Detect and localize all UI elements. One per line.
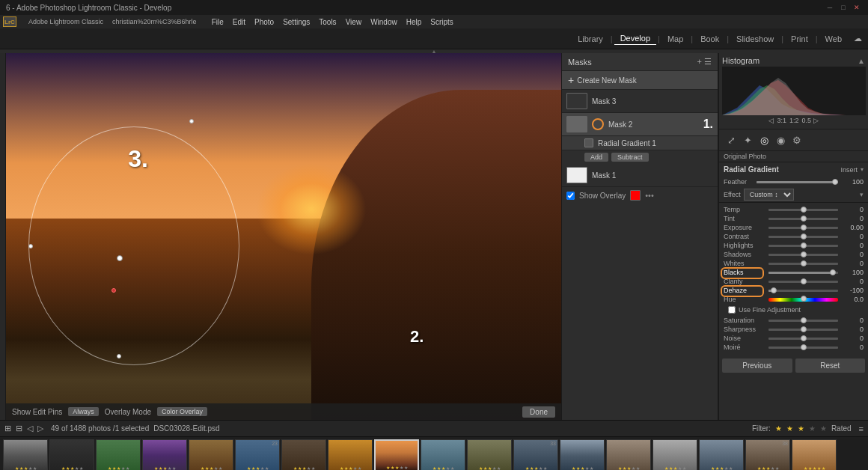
film-thumb-15[interactable]: ★★★★★ xyxy=(652,439,697,471)
radial-gradient-header[interactable]: Radial Gradient Insert ▾ xyxy=(719,162,868,177)
settings-tool[interactable]: ⚙ xyxy=(789,132,804,147)
whites-thumb[interactable] xyxy=(801,260,807,266)
film-thumb-8[interactable]: ★★★★★ xyxy=(328,439,373,471)
effect-arrow[interactable]: ▾ xyxy=(860,191,864,198)
nav-book[interactable]: Book xyxy=(694,33,725,45)
mask-1-item[interactable]: Mask 1 xyxy=(562,164,718,187)
mask-edge-dot-left[interactable] xyxy=(28,244,33,248)
film-thumb-1[interactable]: ★★★★★ xyxy=(3,439,48,471)
always-button[interactable]: Always xyxy=(68,407,99,416)
film-thumb-14[interactable]: ★★★★★ xyxy=(606,439,651,471)
nav-next[interactable]: ▷ xyxy=(37,424,43,433)
exposure-thumb[interactable] xyxy=(801,225,807,231)
hist-ctrl-3[interactable]: 1:2 xyxy=(789,117,799,124)
nav-slideshow[interactable]: Slideshow xyxy=(730,33,780,45)
filmstrip-options[interactable]: ≡ xyxy=(859,424,864,433)
effect-select[interactable]: Custom ↕ xyxy=(744,189,794,201)
hist-ctrl-2[interactable]: 3:1 xyxy=(777,117,786,124)
overlay-color-swatch[interactable] xyxy=(630,190,641,201)
star-filter-2[interactable]: ★ xyxy=(786,424,793,433)
menu-tools[interactable]: Tools xyxy=(319,18,336,26)
menu-file[interactable]: File xyxy=(212,18,224,26)
mask-2-item[interactable]: Mask 2 1. xyxy=(562,113,718,136)
previous-button[interactable]: Previous xyxy=(722,358,792,373)
menu-settings[interactable]: Settings xyxy=(283,18,310,26)
hist-ctrl-4[interactable]: 0.5 ▷ xyxy=(802,117,819,124)
done-button[interactable]: Done xyxy=(522,406,555,418)
highlights-thumb[interactable] xyxy=(801,242,807,248)
menu-window[interactable]: Window xyxy=(370,18,397,26)
temp-thumb[interactable] xyxy=(801,207,807,213)
mask-center-dot[interactable] xyxy=(117,255,123,261)
navigation-bar: Library | Develop | Map | Book | Slidesh… xyxy=(0,28,868,49)
feather-slider-thumb[interactable] xyxy=(832,179,838,185)
dehaze-thumb[interactable] xyxy=(771,287,777,293)
film-thumb-3[interactable]: ★★★★★ xyxy=(96,439,141,471)
masks-add-icon[interactable]: + xyxy=(697,57,702,67)
nav-develop[interactable]: Develop xyxy=(614,32,656,45)
menu-view[interactable]: View xyxy=(346,18,362,26)
mask-3-item[interactable]: Mask 3 xyxy=(562,90,718,113)
create-mask-button[interactable]: + Create New Mask xyxy=(562,71,718,90)
radial-gradient-1-item[interactable]: Radial Gradient 1 xyxy=(562,136,718,150)
film-thumb-2[interactable]: ★★★★★ xyxy=(49,439,94,471)
nav-map[interactable]: Map xyxy=(661,33,689,45)
film-thumb-5[interactable]: ★★★★★ xyxy=(189,439,233,471)
film-thumb-17[interactable]: 38 ★★★★★ xyxy=(745,439,790,471)
film-thumb-4[interactable]: ★★★★★ xyxy=(142,439,187,471)
show-overlay-checkbox[interactable] xyxy=(566,192,575,200)
tint-thumb[interactable] xyxy=(801,216,807,222)
film-thumb-9-selected[interactable]: ★★★★★ xyxy=(374,439,419,471)
hist-ctrl-1[interactable]: ◁ xyxy=(768,117,774,124)
film-thumb-7[interactable]: ★★★★★ xyxy=(281,439,326,471)
single-icon[interactable]: ⊟ xyxy=(16,424,22,433)
noise-thumb[interactable] xyxy=(801,335,807,341)
grid-icon[interactable]: ⊞ xyxy=(4,424,11,433)
film-thumb-6[interactable]: 23 ★★★★★ xyxy=(235,439,280,471)
saturation-thumb[interactable] xyxy=(801,317,807,323)
masks-menu-icon[interactable]: ☰ xyxy=(704,57,712,67)
moire-thumb[interactable] xyxy=(801,344,807,350)
sharpness-thumb[interactable] xyxy=(801,326,807,332)
healing-tool[interactable]: ✦ xyxy=(740,132,755,147)
radial-gradient-title: Radial Gradient xyxy=(724,165,779,174)
nav-prev[interactable]: ◁ xyxy=(27,424,33,433)
star-filter-1[interactable]: ★ xyxy=(775,424,782,433)
blacks-thumb[interactable] xyxy=(830,269,836,275)
film-thumb-11[interactable]: ★★★★★ xyxy=(467,439,512,471)
film-thumb-18[interactable]: ★★★★★ xyxy=(792,439,837,471)
menu-edit[interactable]: Edit xyxy=(233,18,245,26)
hue-thumb[interactable] xyxy=(801,296,807,302)
overlay-options-icon[interactable]: ••• xyxy=(645,191,654,200)
star-filter-5[interactable]: ★ xyxy=(820,424,827,433)
maximize-button[interactable]: □ xyxy=(838,2,849,13)
add-button[interactable]: Add xyxy=(584,153,608,162)
mask-tool[interactable]: ◎ xyxy=(757,132,771,147)
close-button[interactable]: ✕ xyxy=(852,2,862,13)
menu-help[interactable]: Help xyxy=(406,18,422,26)
film-thumb-16[interactable]: ★★★★★ xyxy=(699,439,744,471)
crop-tool[interactable]: ⤢ xyxy=(724,132,739,147)
star-filter-4[interactable]: ★ xyxy=(809,424,816,433)
histogram-collapse-icon[interactable]: ▲ xyxy=(858,57,865,65)
film-thumb-10[interactable]: ★★★★★ xyxy=(421,439,465,471)
film-thumb-12[interactable]: 33 ★★★★★ xyxy=(513,439,558,471)
nav-web[interactable]: Web xyxy=(819,33,848,45)
use-fine-adj-checkbox[interactable] xyxy=(728,306,736,314)
radial-collapse-icon[interactable]: ▾ xyxy=(861,166,864,173)
minimize-button[interactable]: ─ xyxy=(825,2,835,13)
reset-button[interactable]: Reset xyxy=(795,358,866,373)
menu-scripts[interactable]: Scripts xyxy=(430,18,453,26)
nav-print[interactable]: Print xyxy=(785,33,814,45)
menu-photo[interactable]: Photo xyxy=(254,18,274,26)
shadows-thumb[interactable] xyxy=(801,251,807,257)
contrast-thumb[interactable] xyxy=(801,234,807,239)
star-filter-3[interactable]: ★ xyxy=(798,424,804,433)
nav-library[interactable]: Library xyxy=(572,33,609,45)
color-overlay-button[interactable]: Color Overlay xyxy=(157,407,207,416)
contrast-value: 0 xyxy=(841,233,864,240)
film-thumb-13[interactable]: ★★★★★ xyxy=(560,439,605,471)
clarity-thumb[interactable] xyxy=(801,278,807,284)
redeye-tool[interactable]: ◉ xyxy=(773,132,788,147)
subtract-button[interactable]: Subtract xyxy=(611,153,649,162)
